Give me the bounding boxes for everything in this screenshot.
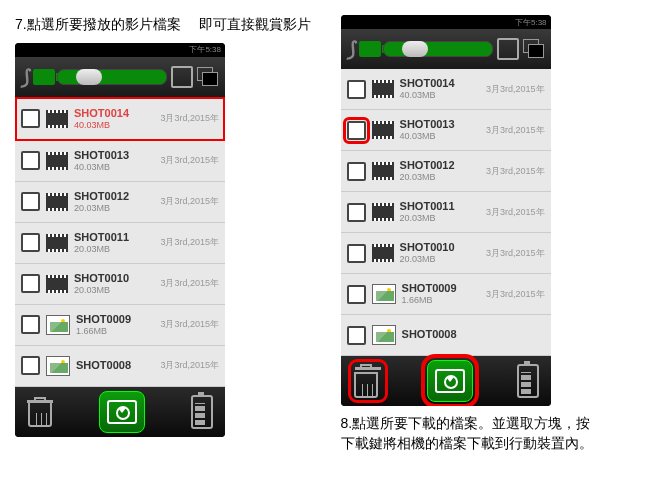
file-date: 3月3rd,2015年 (486, 124, 545, 137)
file-meta: SHOT001440.03MB (400, 77, 480, 101)
page-container: 7.點選所要撥放的影片檔案 即可直接觀賞影片 下午5:38 ⟆ SHOT0014… (15, 15, 635, 453)
file-row[interactable]: SHOT001220.03MB3月3rd,2015年 (341, 151, 551, 192)
checkbox[interactable] (21, 274, 40, 293)
device-icon[interactable] (497, 38, 519, 60)
film-icon (46, 152, 68, 170)
file-date: 3月3rd,2015年 (486, 206, 545, 219)
checkbox[interactable] (21, 233, 40, 252)
file-row[interactable]: SHOT001120.03MB3月3rd,2015年 (15, 223, 225, 264)
file-date: 3月3rd,2015年 (486, 247, 545, 260)
checkbox[interactable] (21, 356, 40, 375)
file-row[interactable]: SHOT00091.66MB3月3rd,2015年 (341, 274, 551, 315)
file-name: SHOT0009 (76, 313, 154, 326)
file-list[interactable]: SHOT001440.03MB3月3rd,2015年SHOT001340.03M… (15, 97, 225, 387)
file-row[interactable]: SHOT001120.03MB3月3rd,2015年 (341, 192, 551, 233)
file-size: 20.03MB (74, 244, 154, 255)
file-meta: SHOT001340.03MB (400, 118, 480, 142)
file-size: 20.03MB (74, 285, 154, 296)
delete-button[interactable] (353, 364, 383, 398)
file-row[interactable]: SHOT001340.03MB3月3rd,2015年 (15, 141, 225, 182)
file-name: SHOT0014 (400, 77, 480, 90)
file-meta: SHOT001120.03MB (400, 200, 480, 224)
file-row[interactable]: SHOT001440.03MB3月3rd,2015年 (341, 69, 551, 110)
file-size: 20.03MB (74, 203, 154, 214)
download-button[interactable] (427, 360, 473, 402)
left-column: 7.點選所要撥放的影片檔案 即可直接觀賞影片 下午5:38 ⟆ SHOT0014… (15, 15, 311, 437)
slider[interactable] (383, 41, 493, 57)
file-row[interactable]: SHOT001220.03MB3月3rd,2015年 (15, 182, 225, 223)
delete-button[interactable] (27, 397, 53, 427)
checkbox[interactable] (347, 121, 366, 140)
file-size: 40.03MB (400, 131, 480, 142)
file-name: SHOT0014 (74, 107, 154, 120)
film-icon (372, 121, 394, 139)
tabs-icon[interactable] (197, 67, 219, 87)
photo-icon (372, 284, 396, 304)
step7-text: 7.點選所要撥放的影片檔案 即可直接觀賞影片 (15, 15, 311, 35)
file-name: SHOT0008 (76, 359, 154, 372)
file-size: 20.03MB (400, 213, 480, 224)
file-name: SHOT0010 (400, 241, 480, 254)
toolbar: ⟆ (341, 29, 551, 69)
file-row[interactable]: SHOT001020.03MB3月3rd,2015年 (15, 264, 225, 305)
file-meta: SHOT0008 (402, 328, 539, 341)
slider-thumb[interactable] (402, 41, 428, 57)
film-icon (46, 110, 68, 128)
file-size: 20.03MB (400, 254, 480, 265)
file-name: SHOT0012 (400, 159, 480, 172)
checkbox[interactable] (21, 151, 40, 170)
file-row[interactable]: SHOT00091.66MB3月3rd,2015年 (15, 305, 225, 346)
file-row[interactable]: SHOT0008 (341, 315, 551, 356)
file-name: SHOT0009 (402, 282, 480, 295)
bottom-bar (15, 387, 225, 437)
file-meta: SHOT001220.03MB (400, 159, 480, 183)
file-row[interactable]: SHOT00083月3rd,2015年 (15, 346, 225, 387)
checkbox[interactable] (347, 285, 366, 304)
file-meta: SHOT00091.66MB (402, 282, 480, 306)
film-icon (372, 203, 394, 221)
checkbox[interactable] (347, 326, 366, 345)
status-bar: 下午5:38 (15, 43, 225, 57)
file-size: 40.03MB (74, 120, 154, 131)
slider[interactable] (57, 69, 167, 85)
file-list[interactable]: SHOT001440.03MB3月3rd,2015年SHOT001340.03M… (341, 69, 551, 356)
film-icon (46, 234, 68, 252)
checkbox[interactable] (347, 80, 366, 99)
tabs-icon[interactable] (523, 39, 545, 59)
file-meta: SHOT001440.03MB (74, 107, 154, 131)
back-icon[interactable]: ⟆ (347, 37, 355, 61)
photo-icon (372, 325, 396, 345)
file-date: 3月3rd,2015年 (160, 236, 219, 249)
file-name: SHOT0010 (74, 272, 154, 285)
back-icon[interactable]: ⟆ (21, 65, 29, 89)
file-date: 3月3rd,2015年 (160, 195, 219, 208)
checkbox[interactable] (347, 203, 366, 222)
slider-area (33, 69, 167, 85)
checkbox[interactable] (347, 244, 366, 263)
film-icon (46, 275, 68, 293)
file-row[interactable]: SHOT001340.03MB3月3rd,2015年 (341, 110, 551, 151)
checkbox[interactable] (21, 192, 40, 211)
file-date: 3月3rd,2015年 (486, 288, 545, 301)
step8-text: 8.點選所要下載的檔案。並選取方塊，按下載鍵將相機的檔案下載到行動裝置內。 (341, 414, 601, 453)
download-button[interactable] (99, 391, 145, 433)
file-name: SHOT0012 (74, 190, 154, 203)
device-icon[interactable] (171, 66, 193, 88)
right-column: 下午5:38 ⟆ SHOT001440.03MB3月3rd,2015年SHOT0… (341, 15, 601, 453)
file-meta: SHOT001020.03MB (400, 241, 480, 265)
file-row[interactable]: SHOT001020.03MB3月3rd,2015年 (341, 233, 551, 274)
checkbox[interactable] (21, 315, 40, 334)
file-size: 40.03MB (400, 90, 480, 101)
file-meta: SHOT001020.03MB (74, 272, 154, 296)
file-size: 40.03MB (74, 162, 154, 173)
photo-icon (46, 356, 70, 376)
checkbox[interactable] (347, 162, 366, 181)
file-size: 1.66MB (402, 295, 480, 306)
file-row[interactable]: SHOT001440.03MB3月3rd,2015年 (15, 97, 225, 141)
file-name: SHOT0008 (402, 328, 539, 341)
slider-thumb[interactable] (76, 69, 102, 85)
file-name: SHOT0013 (74, 149, 154, 162)
toolbar: ⟆ (15, 57, 225, 97)
checkbox[interactable] (21, 109, 40, 128)
left-phone: 下午5:38 ⟆ SHOT001440.03MB3月3rd,2015年SHOT0… (15, 43, 225, 437)
